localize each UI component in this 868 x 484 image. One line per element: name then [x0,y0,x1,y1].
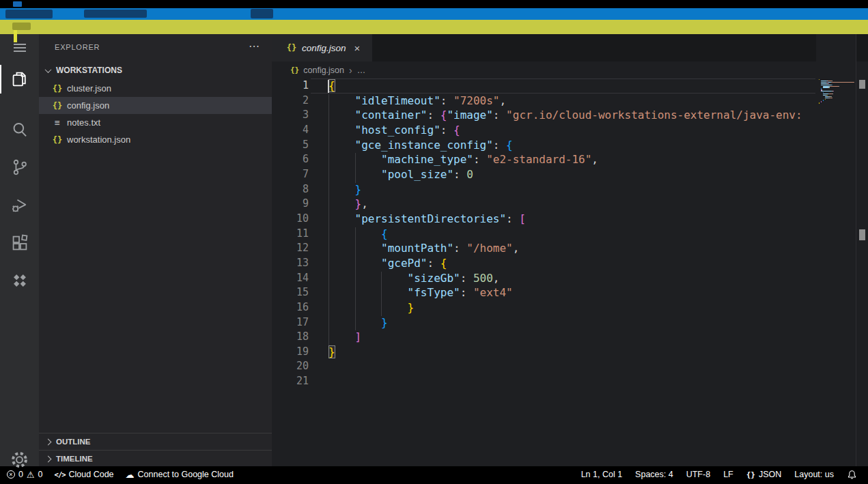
code-line[interactable]: 7 "pool_size": 0 [272,167,816,182]
line-number: 11 [272,227,309,242]
scrollbar-marker [859,80,865,89]
file-name: workstation.json [67,134,130,145]
code-line[interactable]: 15 "fsType": "ext4" [272,285,816,300]
sidebar-item-extensions[interactable] [0,228,39,258]
code-line[interactable]: 9 }, [272,197,816,212]
status-connect-google-cloud[interactable]: ☁ Connect to Google Cloud [126,470,234,479]
status-eol[interactable]: LF [723,470,733,479]
notifications-button[interactable] [847,470,857,480]
code-text: "persistentDirectories": [ [309,212,526,227]
file-item-config-json[interactable]: {} config.json [39,97,272,114]
sidebar-item-explorer[interactable] [0,63,39,95]
line-number: 16 [272,300,309,315]
status-cloud-code[interactable]: </> Cloud Code [55,470,114,479]
vscode-window: EXPLORER ⋯ WORKSTATIONS {} cluster.json … [0,0,868,484]
code-line[interactable]: 13 "gcePd": { [272,256,816,271]
json-icon: {} [52,135,63,145]
tab-bar: {} config.json × ⋯ [272,34,868,61]
close-icon[interactable]: × [354,43,361,53]
files-icon [11,70,29,88]
sidebar-item-run-debug[interactable] [0,190,39,220]
code-line[interactable]: 5 "gce_instance_config": { [272,138,816,153]
panel-timeline[interactable]: TIMELINE [39,450,272,467]
json-icon: {} [286,43,297,53]
code-line[interactable]: 16 } [272,300,816,315]
menu-button[interactable] [0,35,39,60]
breadcrumb-file[interactable]: config.json [303,66,344,75]
code-text: "fsType": "ext4" [309,285,513,300]
status-keyboard-layout[interactable]: Layout: us [794,470,834,479]
code-text: } [309,345,335,360]
sidebar-item-cloud-ai[interactable] [0,266,39,296]
code-line[interactable]: 12 "mountPath": "/home", [272,241,816,256]
status-indentation[interactable]: Spaces: 4 [635,470,673,479]
code-line[interactable]: 1{ [272,79,816,94]
warning-count: 0 [38,470,43,479]
panel-label: OUTLINE [56,438,90,446]
code-line[interactable]: 3 "container": {"image": "gcr.io/cloud-w… [272,108,816,123]
file-item-cluster-json[interactable]: {} cluster.json [39,80,272,97]
breadcrumb[interactable]: {} config.json › … [272,61,868,79]
section-label: WORKSTATIONS [56,66,122,75]
chevron-right-icon [45,438,52,445]
line-number: 4 [272,123,309,138]
file-name: config.json [67,100,109,111]
breadcrumb-separator: › [349,65,352,76]
sidebar-item-source-control[interactable] [0,152,39,182]
code-line[interactable]: 14 "sizeGb": 500, [272,271,816,286]
file-name: notes.txt [67,117,100,128]
status-encoding[interactable]: UTF-8 [686,470,710,479]
code-line[interactable]: 2 "idleTimeout": "7200s", [272,94,816,109]
code-line[interactable]: 10 "persistentDirectories": [ [272,212,816,227]
text-cursor [328,80,329,93]
file-item-notes-txt[interactable]: ≡ notes.txt [39,114,272,131]
line-number: 15 [272,285,309,300]
panel-outline[interactable]: OUTLINE [39,433,272,450]
status-problems[interactable]: × 0 ⚠ 0 [7,470,43,479]
diamonds-icon [10,273,29,288]
line-number: 6 [272,152,309,167]
scrollbar-marker [859,229,865,240]
json-icon: {} [52,84,63,94]
code-text: "mountPath": "/home", [309,241,519,256]
code-lines: 1{2 "idleTimeout": "7200s",3 "container"… [272,79,816,389]
line-number: 1 [272,79,309,94]
code-line[interactable]: 18 ] [272,330,816,345]
code-text: "gcePd": { [309,256,447,271]
status-cursor-position[interactable]: Ln 1, Col 1 [581,470,622,479]
code-editor[interactable]: 1{2 "idleTimeout": "7200s",3 "container"… [272,79,816,466]
json-icon: {} [290,66,299,74]
section-workstations[interactable]: WORKSTATIONS [39,61,272,79]
sidebar-item-search[interactable] [0,115,39,145]
obscured-text [251,9,273,18]
code-line[interactable]: 19} [272,345,816,360]
code-line[interactable]: 8 } [272,182,816,197]
code-line[interactable]: 17 } [272,315,816,330]
code-line[interactable]: 21 [272,374,816,389]
explorer-title: EXPLORER [55,43,100,51]
scrollbar-overview-ruler[interactable] [856,34,868,466]
code-line[interactable]: 20 [272,359,816,374]
tab-label: config.json [302,43,346,53]
line-number: 19 [272,345,309,360]
tab-config-json[interactable]: {} config.json × [272,34,372,61]
code-line[interactable]: 4 "host_config": { [272,123,816,138]
code-text [309,374,328,389]
file-item-workstation-json[interactable]: {} workstation.json [39,131,272,148]
minimap[interactable] [816,34,856,466]
breadcrumb-more[interactable]: … [357,66,366,75]
line-number: 12 [272,241,309,256]
code-text: "idleTimeout": "7200s", [309,94,506,109]
code-text: "pool_size": 0 [309,167,473,182]
line-number: 20 [272,359,309,374]
obscured-text [12,23,31,30]
sidebar-explorer: EXPLORER ⋯ WORKSTATIONS {} cluster.json … [39,34,272,466]
code-text: } [309,182,361,197]
code-line[interactable]: 11 { [272,227,816,242]
status-language-mode[interactable]: {} JSON [746,470,782,479]
explorer-more-actions-button[interactable]: ⋯ [249,40,260,53]
line-number: 14 [272,271,309,286]
browser-tab-strip [0,8,868,20]
code-line[interactable]: 6 "machine_type": "e2-standard-16", [272,152,816,167]
explorer-header: EXPLORER ⋯ [39,34,272,60]
